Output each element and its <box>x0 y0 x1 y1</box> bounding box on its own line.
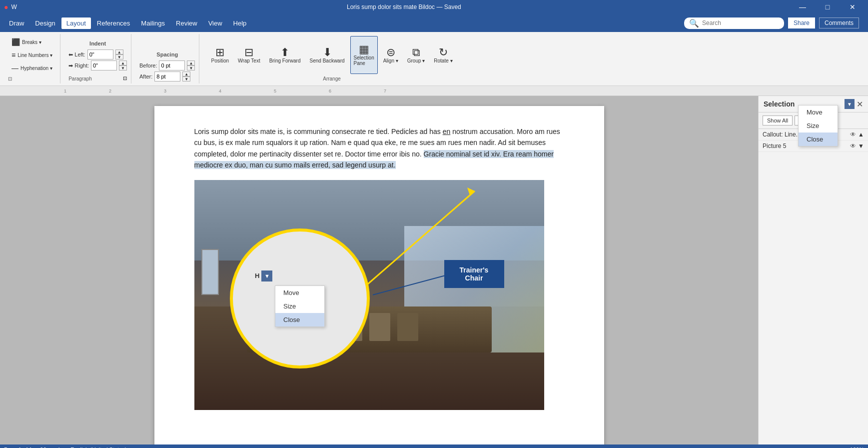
move-label: Move <box>283 289 299 296</box>
send-backward-icon: ⬇ <box>323 47 332 58</box>
comments-button[interactable]: Comments <box>819 18 859 28</box>
underline-en: en <box>443 128 451 136</box>
ribbon-btn-group[interactable]: ⧉ Group ▾ <box>404 36 429 74</box>
callout-up-btn[interactable]: ▲ <box>858 131 864 138</box>
menu-mailings[interactable]: Mailings <box>136 18 170 29</box>
ribbon-btn-send-backward[interactable]: ⬇ Send Backward <box>306 36 348 74</box>
left-indent-input[interactable] <box>87 50 113 60</box>
send-backward-label: Send Backward <box>310 58 345 64</box>
menu-view[interactable]: View <box>203 18 227 29</box>
magnify-h-label: H <box>255 272 259 280</box>
before-spacing-input[interactable] <box>159 60 185 70</box>
ribbon-group-page-setup: ⬛ Breaks ▾ ≡ Line Numbers ▾ — Hyphenatio… <box>4 34 60 84</box>
ribbon: ⬛ Breaks ▾ ≡ Line Numbers ▾ — Hyphenatio… <box>0 32 868 86</box>
ribbon-btn-rotate[interactable]: ↻ Rotate ▾ <box>430 36 456 74</box>
menu-bar: Draw Design Layout References Mailings R… <box>0 14 868 32</box>
hyphenation-icon: — <box>11 64 18 72</box>
pane-dropdown-button[interactable]: ▼ <box>261 270 272 282</box>
callout-box: Trainer'sChair <box>444 260 504 288</box>
side-dropdown-move[interactable]: Move <box>799 106 838 119</box>
breaks-icon: ⬛ <box>11 38 20 46</box>
menu-references[interactable]: References <box>92 18 135 29</box>
doc-scroll[interactable]: Loris sump dolor sits mate is, is commun… <box>0 96 758 444</box>
side-move-label: Move <box>807 108 823 116</box>
dropdown-item-size[interactable]: Size <box>275 300 324 313</box>
ribbon-btn-selection-pane[interactable]: ▦ SelectionPane <box>350 36 378 74</box>
after-spacing-down[interactable]: ▼ <box>182 76 190 82</box>
ribbon-btn-align[interactable]: ⊜ Align ▾ <box>380 36 402 74</box>
menu-review[interactable]: Review <box>171 18 202 29</box>
ribbon-btn-bring-forward[interactable]: ⬆ Bring Forward <box>266 36 304 74</box>
app-icon: W <box>11 4 16 10</box>
picture-visibility-btn[interactable]: 👁 <box>850 142 856 150</box>
right-indent-down[interactable]: ▼ <box>119 66 127 70</box>
right-indent-input[interactable] <box>91 60 117 70</box>
chair-5 <box>369 313 390 340</box>
side-close-label: Close <box>807 136 823 143</box>
ribbon-btn-position[interactable]: ⊞ Position <box>207 36 232 74</box>
pane-close-button[interactable]: ✕ <box>857 100 863 109</box>
dropdown-arrow-icon: ▼ <box>264 273 270 279</box>
main-area: Loris sump dolor sits mate is, is commun… <box>0 96 868 444</box>
position-label: Position <box>211 58 229 64</box>
side-panel-dropdown: Move Size Close <box>798 105 838 146</box>
side-dropdown-close[interactable]: Close <box>799 132 838 146</box>
magnify-content: H ▼ Move Size <box>235 234 365 364</box>
doc-body[interactable]: Loris sump dolor sits mate is, is commun… <box>194 126 564 171</box>
search-input[interactable] <box>702 20 762 26</box>
side-dropdown-size[interactable]: Size <box>799 119 838 132</box>
paragraph-expander[interactable]: ⊡ <box>123 76 127 81</box>
magnify-header-area: H ▼ <box>255 270 272 282</box>
indent-right-row: ➡ Right: ▲ ▼ <box>68 60 127 70</box>
menu-design[interactable]: Design <box>30 18 60 29</box>
before-spacing-down[interactable]: ▼ <box>187 66 195 70</box>
title-bar-left: ● W <box>4 3 17 11</box>
menu-help[interactable]: Help <box>228 18 252 29</box>
pane-header-dropdown-btn[interactable]: ▼ <box>845 99 855 109</box>
spacing-after-row: After: ▲ ▼ <box>139 72 195 82</box>
before-spacing-up[interactable]: ▲ <box>187 60 195 66</box>
position-icon: ⊞ <box>215 47 224 58</box>
ruler: 1 2 3 4 5 6 7 <box>0 86 868 96</box>
search-box[interactable]: 🔍 <box>684 18 784 29</box>
before-spacing-label: Before: <box>139 62 157 68</box>
dropdown-item-move[interactable]: Move <box>275 286 324 300</box>
left-indent-up[interactable]: ▲ <box>115 50 123 54</box>
close-button[interactable]: ✕ <box>841 0 864 14</box>
menu-draw[interactable]: Draw <box>4 18 29 29</box>
ribbon-btn-breaks[interactable]: ⬛ Breaks ▾ <box>8 36 56 48</box>
menu-layout[interactable]: Layout <box>61 18 91 29</box>
rotate-label: Rotate ▾ <box>434 58 452 64</box>
status-bar: Page 1 of 1 96 words English (United Sta… <box>0 444 868 448</box>
doc-page: Loris sump dolor sits mate is, is commun… <box>154 106 604 444</box>
maximize-button[interactable]: □ <box>816 0 839 14</box>
ruler-content: 1 2 3 4 5 6 7 <box>54 86 868 96</box>
ribbon-btn-hyphenation[interactable]: — Hyphenation ▾ <box>8 62 56 74</box>
left-indent-down[interactable]: ▼ <box>115 54 123 60</box>
picture-down-btn[interactable]: ▼ <box>858 142 864 150</box>
after-spacing-input[interactable] <box>154 72 180 82</box>
page-setup-expander[interactable]: ⊡ <box>8 75 12 82</box>
dropdown-item-close[interactable]: Close <box>275 313 324 326</box>
line-numbers-icon: ≡ <box>11 52 15 58</box>
ribbon-btn-wrap-text[interactable]: ⊟ Wrap Text <box>234 36 264 74</box>
align-icon: ⊜ <box>386 47 395 58</box>
wrap-text-label: Wrap Text <box>238 58 260 64</box>
selection-pane: Selection ▼ ✕ Show All H Callout: Line..… <box>758 96 868 444</box>
indent-left-row: ⬅ Left: ▲ ▼ <box>68 50 127 60</box>
rotate-icon: ↻ <box>439 47 448 58</box>
selection-pane-icon: ▦ <box>359 44 369 55</box>
selection-pane-label: SelectionPane <box>354 55 374 66</box>
bring-forward-label: Bring Forward <box>269 58 301 64</box>
after-spacing-up[interactable]: ▲ <box>182 72 190 76</box>
minimize-button[interactable]: — <box>791 0 814 14</box>
callout-visibility-btn[interactable]: 👁 <box>850 131 856 138</box>
right-indent-up[interactable]: ▲ <box>119 60 127 66</box>
ribbon-btn-line-numbers[interactable]: ≡ Line Numbers ▾ <box>8 49 56 61</box>
arrange-label: Arrange <box>323 75 341 82</box>
right-indent-label: ➡ Right: <box>68 62 89 69</box>
share-button[interactable]: Share <box>788 18 815 28</box>
doc-paragraph-1: Loris sump dolor sits mate is, is commun… <box>194 126 564 171</box>
magnify-circle: H ▼ Move Size <box>230 228 370 368</box>
show-all-button[interactable]: Show All <box>763 116 793 126</box>
